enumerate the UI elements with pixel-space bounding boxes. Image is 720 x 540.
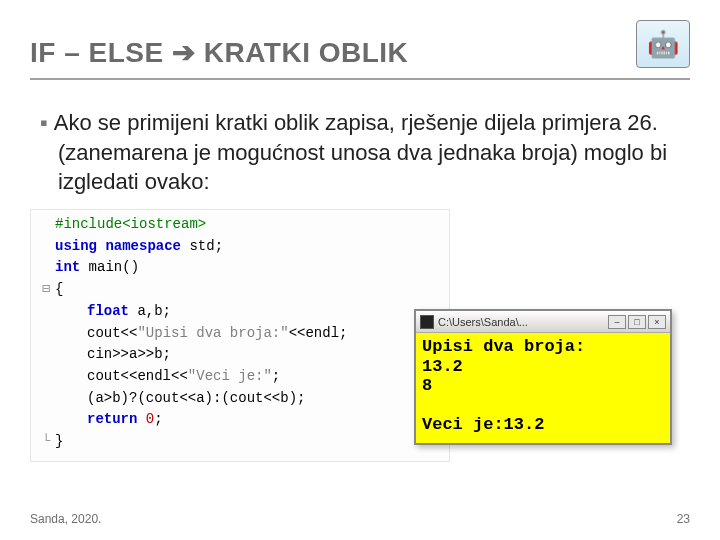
code-text: main(): [80, 259, 139, 275]
title-left: IF – ELSE: [30, 37, 164, 68]
code-text: }: [55, 433, 63, 449]
code-line: int: [55, 259, 80, 275]
title-right: KRATKI OBLIK: [204, 37, 409, 68]
mascot-icon: 🤖: [636, 20, 690, 68]
code-text: cout<<endl<<: [87, 368, 188, 384]
cmd-icon: [420, 315, 434, 329]
code-string: "Veci je:": [188, 368, 272, 384]
robot-icon: 🤖: [647, 29, 679, 60]
code-string: "Upisi dva broja:": [137, 325, 288, 341]
console-titlebar: C:\Users\Sanda\... – □ ×: [416, 311, 670, 333]
code-text: cout<<: [87, 325, 137, 341]
code-text: std;: [181, 238, 223, 254]
code-listing: #include<iostream> using namespace std; …: [30, 209, 450, 462]
code-line: return: [87, 411, 137, 427]
example-area: #include<iostream> using namespace std; …: [30, 209, 690, 449]
console-title: C:\Users\Sanda\...: [438, 316, 528, 328]
code-text: <<endl;: [289, 325, 348, 341]
fold-end-icon: └: [37, 431, 55, 453]
slide-title: IF – ELSE ➔ KRATKI OBLIK: [30, 36, 408, 69]
code-text: a,b;: [129, 303, 171, 319]
code-text: cin>>a>>b;: [87, 346, 171, 362]
bullet-icon: ▪: [40, 110, 48, 135]
minimize-button[interactable]: –: [608, 315, 626, 329]
code-text: {: [55, 281, 63, 297]
code-text: (a>b)?(cout<<a):(cout<<b);: [87, 390, 305, 406]
code-text: ;: [272, 368, 280, 384]
title-row: IF – ELSE ➔ KRATKI OBLIK 🤖: [30, 28, 690, 80]
code-line: using namespace: [55, 238, 181, 254]
code-text: ;: [154, 411, 162, 427]
console-output: Upisi dva broja: 13.2 8 Veci je:13.2: [416, 333, 670, 443]
maximize-button[interactable]: □: [628, 315, 646, 329]
footer-author: Sanda, 2020.: [30, 512, 101, 526]
console-window: C:\Users\Sanda\... – □ × Upisi dva broja…: [414, 309, 672, 445]
code-line: #include<iostream>: [55, 216, 206, 232]
footer: Sanda, 2020. 23: [30, 512, 690, 526]
close-button[interactable]: ×: [648, 315, 666, 329]
arrow-right-icon: ➔: [172, 37, 196, 68]
code-line: float: [87, 303, 129, 319]
page-number: 23: [677, 512, 690, 526]
code-num: 0: [137, 411, 154, 427]
paragraph-text: Ako se primijeni kratki oblik zapisa, rj…: [54, 110, 667, 194]
fold-icon: ⊟: [37, 279, 55, 301]
body-paragraph: ▪Ako se primijeni kratki oblik zapisa, r…: [30, 108, 690, 197]
